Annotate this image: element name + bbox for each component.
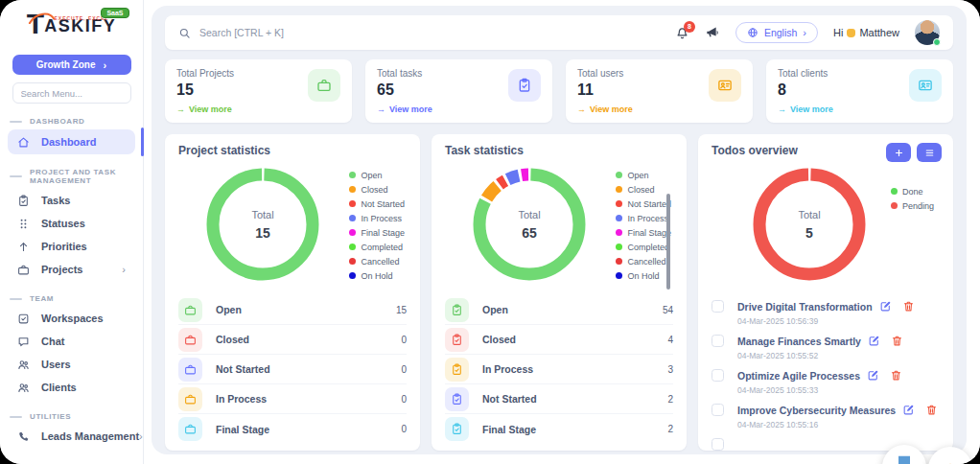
arrow-right-icon: → bbox=[377, 104, 385, 114]
list-icon bbox=[924, 148, 935, 158]
view-more-label: View more bbox=[590, 104, 633, 114]
legend-item: Pending bbox=[891, 198, 934, 213]
todo-title: Drive Digital Transformation bbox=[737, 301, 873, 313]
status-row-final-stage: Final Stage0 bbox=[178, 414, 407, 444]
todo-item: Manage Finances Smartly04-Mar-2025 10:55… bbox=[712, 326, 940, 360]
task-donut-chart: Total 65 OpenClosedNot StartedIn Process… bbox=[445, 159, 673, 291]
saas-badge: SaaS bbox=[101, 8, 128, 18]
charts-row: Project statistics Total 15 OpenClosedNo… bbox=[165, 134, 953, 451]
sidebar-item-tasks[interactable]: Tasks bbox=[8, 189, 135, 212]
sidebar-item-workspaces[interactable]: Workspaces bbox=[8, 307, 135, 330]
legend-dot bbox=[349, 258, 356, 265]
edit-icon[interactable] bbox=[879, 300, 892, 313]
clipboard-icon bbox=[508, 69, 541, 102]
legend-item: Final Stage bbox=[616, 225, 671, 240]
app-window: T ASKIFY EXECUTE, EXCEL SaaS Growth Zone… bbox=[0, 0, 980, 464]
card-title: Project statistics bbox=[178, 144, 407, 157]
language-selector[interactable]: English › bbox=[735, 22, 818, 43]
legend-item: Done bbox=[891, 184, 934, 198]
todo-checkbox[interactable] bbox=[712, 404, 724, 416]
edit-icon[interactable] bbox=[902, 404, 915, 416]
sidebar-item-chat[interactable]: Chat bbox=[8, 330, 135, 353]
sidebar-item-dashboard[interactable]: Dashboard bbox=[8, 129, 135, 154]
legend-dot bbox=[891, 202, 898, 209]
todo-list: Drive Digital Transformation04-Mar-2025 … bbox=[712, 291, 940, 451]
arrow-up-icon bbox=[17, 241, 30, 253]
trash-icon[interactable] bbox=[925, 404, 938, 416]
legend-item: Open bbox=[349, 168, 405, 182]
scrollbar[interactable] bbox=[666, 194, 670, 290]
sidebar-section-label: UTILITIES bbox=[0, 412, 143, 421]
legend-dot bbox=[349, 172, 356, 178]
view-more-link[interactable]: →View more bbox=[176, 104, 340, 114]
sidebar-item-leads-management[interactable]: Leads Management› bbox=[8, 425, 135, 448]
grid-icon bbox=[17, 218, 30, 230]
todos-donut-chart: Total 5 DonePending bbox=[712, 159, 940, 291]
todo-item: Drive Digital Transformation04-Mar-2025 … bbox=[712, 291, 940, 326]
sidebar-section-label: PROJECT AND TASK MANAGEMENT bbox=[0, 168, 143, 185]
legend-dot bbox=[349, 186, 356, 193]
legend-item: In Process bbox=[616, 211, 671, 225]
support-icon bbox=[942, 454, 959, 464]
trash-icon[interactable] bbox=[890, 369, 902, 382]
sidebar-item-statuses[interactable]: Statuses bbox=[8, 212, 135, 235]
clipboard-icon bbox=[445, 358, 469, 382]
sidebar-item-priorities[interactable]: Priorities bbox=[8, 235, 135, 258]
donut-center-value: 5 bbox=[805, 225, 813, 241]
sidebar-nav: DASHBOARDDashboardPROJECT AND TASK MANAG… bbox=[0, 117, 143, 448]
sidebar-search-input[interactable] bbox=[12, 82, 131, 104]
donut-center: Total 15 bbox=[203, 165, 322, 284]
status-row-closed: Closed4 bbox=[445, 325, 673, 355]
briefcase-icon bbox=[17, 264, 30, 276]
donut-center-label: Total bbox=[798, 209, 820, 220]
legend-dot bbox=[616, 215, 622, 221]
arrow-right-icon: → bbox=[778, 104, 786, 114]
clipboard-icon bbox=[445, 328, 469, 352]
notifications-button[interactable]: 8 bbox=[675, 26, 689, 40]
edit-icon[interactable] bbox=[867, 369, 879, 382]
global-search-input[interactable] bbox=[199, 27, 449, 38]
todo-checkbox[interactable] bbox=[712, 438, 724, 451]
todos-overview-card: Todos overview Total 5 DonePending Drive bbox=[698, 134, 953, 451]
legend-dot bbox=[349, 200, 356, 207]
chevron-right-icon: › bbox=[139, 430, 143, 442]
view-more-link[interactable]: →View more bbox=[377, 104, 541, 114]
briefcase-icon bbox=[178, 417, 202, 441]
legend-item: On Hold bbox=[616, 268, 671, 283]
avatar[interactable] bbox=[915, 20, 940, 45]
view-more-link[interactable]: →View more bbox=[778, 104, 942, 114]
todo-checkbox[interactable] bbox=[712, 335, 724, 347]
legend-dot bbox=[616, 172, 622, 178]
view-more-link[interactable]: →View more bbox=[577, 104, 741, 114]
todo-checkbox[interactable] bbox=[712, 369, 724, 382]
online-status-dot bbox=[933, 38, 941, 46]
workspace-switcher-button[interactable]: Growth Zone › bbox=[12, 55, 131, 75]
chevron-right-icon: › bbox=[803, 27, 806, 38]
sidebar-item-clients[interactable]: Clients bbox=[8, 376, 135, 399]
home-icon bbox=[17, 136, 30, 149]
chart-legend: DonePending bbox=[891, 184, 934, 213]
sidebar-item-projects[interactable]: Projects› bbox=[8, 258, 135, 281]
sidebar-item-users[interactable]: Users bbox=[8, 353, 135, 376]
status-row-final-stage: Final Stage2 bbox=[445, 414, 673, 444]
clipboard-icon bbox=[445, 417, 469, 441]
sidebar-section: UTILITIESLeads Management› bbox=[0, 412, 143, 448]
legend-item: Completed bbox=[616, 240, 671, 254]
users-icon bbox=[17, 359, 30, 371]
donut-center-value: 15 bbox=[255, 225, 270, 241]
trash-icon[interactable] bbox=[902, 300, 915, 313]
legend-item: Closed bbox=[616, 182, 671, 197]
legend-item: Cancelled bbox=[349, 254, 405, 268]
todo-timestamp: 04-Mar-2025 10:55:33 bbox=[737, 385, 940, 395]
task-status-list: Open54Closed4In Process3Not Started2Fina… bbox=[445, 295, 673, 444]
todo-timestamp: 04-Mar-2025 10:56:39 bbox=[737, 316, 940, 326]
announcements-button[interactable] bbox=[705, 25, 720, 40]
sidebar: T ASKIFY EXECUTE, EXCEL SaaS Growth Zone… bbox=[0, 0, 144, 464]
topbar: 8 English › Hi Matthew bbox=[165, 15, 953, 50]
section-dash bbox=[10, 298, 22, 300]
globe-icon bbox=[747, 27, 758, 38]
todo-checkbox[interactable] bbox=[712, 300, 724, 313]
trash-icon[interactable] bbox=[891, 335, 903, 347]
legend-dot bbox=[349, 229, 356, 236]
edit-icon[interactable] bbox=[868, 335, 880, 347]
